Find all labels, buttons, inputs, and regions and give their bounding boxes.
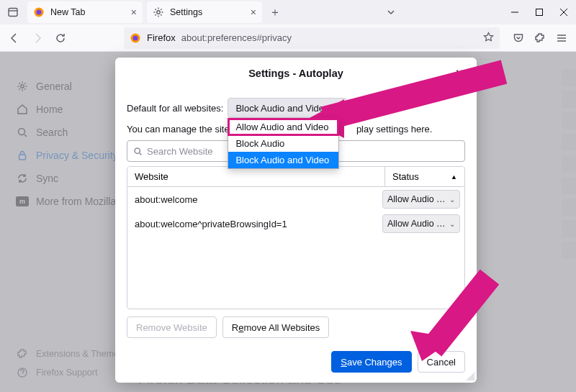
- table-body: about:welcome Allow Audio … ⌄ about:welc…: [127, 187, 464, 309]
- svg-point-16: [135, 148, 140, 153]
- nav-toolbar: Firefox about:preferences#privacy: [0, 24, 576, 52]
- row-status-dropdown[interactable]: Allow Audio … ⌄: [382, 190, 460, 209]
- table-row[interactable]: about:welcome^privateBrowsingId=1 Allow …: [127, 211, 464, 236]
- sort-icon: ▲: [451, 173, 457, 181]
- dropdown-option-block-audio[interactable]: Block Audio: [228, 135, 338, 152]
- app-menu-button[interactable]: [552, 28, 572, 48]
- resize-grip[interactable]: [466, 372, 474, 380]
- identity-label: Firefox: [147, 32, 176, 43]
- default-autoplay-dropdown[interactable]: Block Audio and Video Allow Audio and Vi…: [228, 98, 347, 118]
- table-header: Website Status ▲: [127, 167, 464, 187]
- remove-all-button[interactable]: Remove All Websites: [222, 316, 330, 338]
- chevron-down-icon: ⌄: [449, 196, 455, 204]
- forward-button[interactable]: [27, 28, 48, 48]
- dialog-title: Settings - Autoplay: [127, 68, 465, 79]
- tab-label: New Tab: [50, 7, 85, 17]
- website-table: Website Status ▲ about:welcome Allow Aud…: [127, 166, 465, 309]
- address-bar[interactable]: Firefox about:preferences#privacy: [124, 27, 500, 49]
- table-row[interactable]: about:welcome Allow Audio … ⌄: [127, 187, 464, 211]
- close-icon[interactable]: ×: [251, 6, 256, 18]
- new-tab-button[interactable]: ＋: [265, 2, 285, 22]
- svg-rect-0: [9, 9, 17, 17]
- autoplay-settings-dialog: Settings - Autoplay ✕ Default for all we…: [115, 58, 477, 383]
- cell-website: about:welcome: [135, 194, 382, 205]
- dropdown-menu: Allow Audio and Video Block Audio Block …: [228, 118, 339, 169]
- firefox-icon: [130, 32, 141, 44]
- back-button[interactable]: [4, 28, 24, 48]
- firefox-icon: [33, 6, 45, 18]
- cancel-button[interactable]: Cancel: [418, 351, 465, 373]
- tab-newtab[interactable]: New Tab ×: [27, 1, 143, 23]
- close-icon[interactable]: ×: [131, 6, 137, 18]
- svg-point-4: [157, 11, 160, 14]
- svg-rect-6: [536, 9, 543, 16]
- save-pocket-button[interactable]: [508, 28, 528, 48]
- spaces-icon[interactable]: [3, 6, 23, 18]
- gear-icon: [153, 6, 164, 18]
- tab-settings[interactable]: Settings ×: [147, 1, 262, 23]
- extensions-button[interactable]: [530, 28, 550, 48]
- status-value: Allow Audio …: [387, 194, 446, 204]
- dropdown-option-allow[interactable]: Allow Audio and Video: [228, 119, 338, 135]
- svg-point-8: [133, 35, 138, 40]
- close-window-button[interactable]: [552, 0, 576, 24]
- svg-point-3: [37, 10, 42, 15]
- remove-website-button[interactable]: Remove Website: [127, 316, 217, 338]
- minimize-button[interactable]: [503, 0, 527, 24]
- chevron-down-icon: ⌄: [449, 220, 455, 228]
- tab-strip: New Tab × Settings × ＋: [0, 0, 576, 24]
- save-changes-button[interactable]: Save Changes: [331, 351, 411, 373]
- default-label: Default for all websites:: [127, 103, 223, 114]
- reload-button[interactable]: [50, 28, 71, 48]
- url-text: about:preferences#privacy: [181, 32, 292, 43]
- col-status[interactable]: Status ▲: [385, 167, 464, 186]
- col-website[interactable]: Website: [127, 167, 385, 186]
- manage-text-pre: You can manage the site: [127, 124, 230, 135]
- search-placeholder: Search Website: [147, 146, 213, 157]
- bookmark-icon[interactable]: [483, 32, 494, 45]
- window-controls: [503, 0, 576, 24]
- tabs-dropdown[interactable]: [381, 8, 401, 17]
- close-button[interactable]: ✕: [451, 65, 468, 82]
- row-status-dropdown[interactable]: Allow Audio … ⌄: [382, 214, 460, 233]
- dropdown-value: Block Audio and Video: [235, 103, 329, 114]
- maximize-button[interactable]: [527, 0, 552, 24]
- status-value: Allow Audio …: [387, 219, 446, 229]
- tab-label: Settings: [170, 7, 202, 17]
- cell-website: about:welcome^privateBrowsingId=1: [135, 219, 382, 229]
- dropdown-option-block-av[interactable]: Block Audio and Video: [228, 152, 338, 168]
- manage-text-post: play settings here.: [356, 124, 433, 135]
